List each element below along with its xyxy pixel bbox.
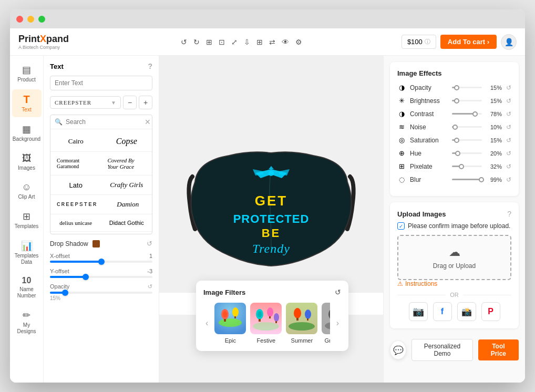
settings-icon[interactable]: ⚙ — [295, 38, 302, 46]
tool-price-button[interactable]: Tool Price — [478, 339, 519, 360]
font-item-creepster[interactable]: CREEPSTER — [50, 195, 104, 214]
font-dropdown[interactable]: CREEPSTER ▼ — [50, 96, 121, 109]
opacity-thumb[interactable] — [62, 290, 68, 296]
pinterest-upload-button[interactable]: P — [481, 302, 500, 321]
filter-item-epic[interactable]: Epic — [214, 303, 246, 344]
text-panel-help-icon[interactable]: ? — [148, 62, 152, 70]
undo-icon[interactable]: ↺ — [181, 38, 187, 46]
filters-prev-icon[interactable]: ‹ — [203, 316, 210, 330]
hue-effect-track[interactable] — [452, 152, 482, 154]
filters-scroll-row: ‹ — [203, 303, 341, 344]
contrast-reset-icon[interactable]: ↺ — [506, 110, 511, 118]
camera-upload-button[interactable]: 📷 — [409, 302, 428, 321]
personalized-demo-button[interactable]: Personalized Demo — [411, 339, 472, 361]
font-item-copse[interactable]: Copse — [101, 131, 152, 151]
copy-icon[interactable]: ⊞ — [206, 38, 212, 46]
sidebar-item-templates-data[interactable]: 📊 Templates Data — [12, 236, 42, 270]
saturation-effect-track[interactable] — [452, 139, 482, 141]
font-decrease-button[interactable]: − — [123, 96, 137, 109]
contrast-effect-track[interactable] — [452, 113, 482, 115]
view-icon[interactable]: 👁 — [282, 38, 289, 46]
font-item-cairo[interactable]: Cairo — [50, 131, 101, 151]
filters-refresh-icon[interactable]: ↺ — [335, 288, 341, 296]
font-item-delius[interactable]: Delius Unicase — [50, 214, 101, 231]
expand-icon[interactable]: ⤢ — [231, 38, 238, 46]
blur-effect-track[interactable] — [452, 179, 482, 180]
pixelate-effect-track[interactable] — [452, 166, 482, 167]
images-icon: 🖼 — [22, 153, 32, 164]
pixelate-reset-icon[interactable]: ↺ — [506, 163, 511, 170]
brightness-effect-track[interactable] — [452, 100, 482, 101]
filter-item-greyscale[interactable]: Greyscale — [322, 303, 330, 344]
filter-label-festive: Festive — [257, 337, 275, 344]
font-row-3: Lato Crafty Girls — [50, 176, 152, 195]
svg-point-20 — [274, 313, 279, 322]
filter-label-summer: Summer — [291, 337, 313, 344]
confirm-checkbox[interactable]: ✓ — [397, 222, 405, 230]
opacity-effect-track[interactable] — [452, 87, 482, 88]
y-offset-thumb[interactable] — [83, 274, 89, 280]
download-icon[interactable]: ⇩ — [244, 38, 250, 46]
font-item-covered[interactable]: Covered By Your Grace — [101, 152, 152, 175]
effect-row-contrast: ◑ Contrast 78% ↺ — [397, 110, 511, 118]
price-button[interactable]: $100 ⓘ — [402, 35, 436, 49]
sidebar-item-product[interactable]: ▤ Product — [12, 60, 42, 87]
upload-help-icon[interactable]: ? — [507, 210, 511, 218]
minimize-button[interactable] — [27, 16, 34, 23]
filters-next-icon[interactable]: › — [334, 316, 341, 330]
sidebar-item-name-number[interactable]: 10 Name Number — [12, 272, 42, 303]
instagram-upload-button[interactable]: 📸 — [457, 302, 476, 321]
clipart-icon: ☺ — [22, 182, 31, 193]
font-item-didact[interactable]: Didact Gothic — [101, 214, 152, 231]
saturation-reset-icon[interactable]: ↺ — [506, 137, 511, 144]
upload-dropzone[interactable]: ☁ Drag or Upload — [397, 235, 511, 280]
close-button[interactable] — [16, 16, 23, 23]
warning-icon: ⚠ — [397, 280, 403, 287]
price-label: $100 — [407, 38, 423, 46]
add-to-cart-button[interactable]: Add To cart › — [440, 35, 497, 49]
opacity-reset-icon[interactable]: ↺ — [506, 84, 511, 91]
font-item-lato[interactable]: Lato — [50, 176, 101, 194]
noise-reset-icon[interactable]: ↺ — [506, 123, 511, 131]
sidebar-item-text[interactable]: T Text — [12, 89, 42, 117]
hue-reset-icon[interactable]: ↺ — [506, 150, 511, 157]
y-offset-track[interactable] — [50, 276, 152, 278]
sidebar-item-templates[interactable]: ⊞ Templates — [12, 207, 42, 234]
clear-search-icon[interactable]: ✕ — [145, 118, 151, 126]
font-item-damion[interactable]: Damion — [104, 195, 152, 214]
font-list: Cairo Copse Cormorant Garamond Covered B… — [50, 129, 152, 234]
sidebar-item-images[interactable]: 🖼 Images — [12, 149, 42, 176]
reset-shadow-icon[interactable]: ↺ — [147, 240, 152, 247]
filter-item-festive[interactable]: Festive — [250, 303, 282, 344]
redo-icon[interactable]: ↻ — [193, 38, 200, 46]
x-offset-thumb[interactable] — [98, 259, 105, 265]
instructions-link[interactable]: ⚠ Instructions — [397, 280, 511, 287]
noise-effect-track[interactable] — [452, 126, 482, 128]
y-offset-label: Y-offset — [50, 268, 69, 274]
text-input-field[interactable] — [50, 76, 152, 90]
font-increase-button[interactable]: + — [139, 96, 152, 109]
font-item-crafty[interactable]: Crafty Girls — [101, 176, 152, 194]
opacity-track[interactable] — [50, 292, 152, 294]
filter-item-summer[interactable]: Summer — [286, 303, 317, 344]
maximize-button[interactable] — [38, 16, 45, 23]
app-logo: PrintXpand — [18, 34, 69, 45]
blur-reset-icon[interactable]: ↺ — [506, 176, 511, 183]
facebook-upload-button[interactable]: f — [433, 302, 452, 321]
grid-icon[interactable]: ⊞ — [256, 38, 263, 46]
share-icon[interactable]: ⇄ — [269, 38, 275, 46]
opacity-refresh-icon[interactable]: ↺ — [148, 283, 152, 290]
brightness-reset-icon[interactable]: ↺ — [506, 97, 511, 105]
header-tools: ↺ ↻ ⊞ ⊡ ⤢ ⇩ ⊞ ⇄ 👁 ⚙ — [81, 38, 402, 46]
font-search-input[interactable] — [66, 118, 145, 126]
sidebar-item-my-designs[interactable]: ✏ My Designs — [12, 305, 42, 339]
mask-canvas[interactable]: GET PROTECTED BE Trendy — [182, 135, 361, 282]
sidebar-item-background[interactable]: ▦ Background — [12, 119, 42, 147]
paste-icon[interactable]: ⊡ — [219, 38, 225, 46]
shadow-color-swatch[interactable] — [92, 240, 100, 247]
sidebar-item-clipart[interactable]: ☺ Clip Art — [12, 178, 42, 204]
font-item-cormorant[interactable]: Cormorant Garamond — [50, 152, 101, 175]
user-avatar[interactable]: 👤 — [501, 34, 517, 50]
chat-icon[interactable]: 💬 — [390, 341, 406, 359]
x-offset-track[interactable] — [50, 261, 152, 263]
